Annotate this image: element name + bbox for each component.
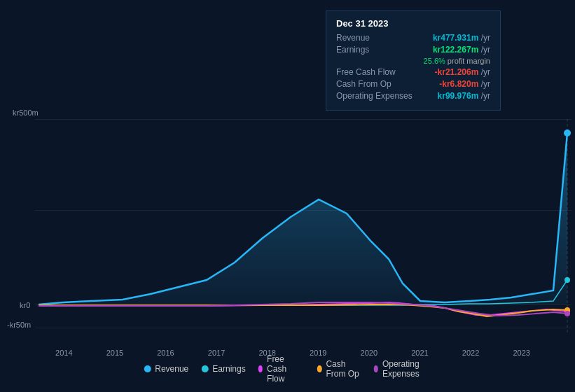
tooltip-label-earnings: Earnings [336,45,369,55]
tooltip-value-opex: kr99.976m /yr [438,91,490,101]
legend: Revenue Earnings Free Cash Flow Cash Fro… [144,354,431,384]
legend-label-opex: Operating Expenses [382,359,431,379]
opex-dot [564,311,570,316]
tooltip-label-cashop: Cash From Op [336,79,392,89]
legend-dot-fcf [258,365,263,372]
x-label-2014: 2014 [55,349,72,357]
legend-item-fcf[interactable]: Free Cash Flow [258,354,305,384]
tooltip-value-revenue: kr477.931m /yr [433,33,490,43]
tooltip-value-cashop: -kr6.820m /yr [439,79,490,89]
tooltip-margin: 25.6% profit margin [424,57,490,65]
legend-dot-cashop [317,365,321,372]
tooltip-label-fcf: Free Cash Flow [336,67,396,77]
revenue-dot [564,130,571,136]
legend-item-revenue[interactable]: Revenue [144,364,188,374]
legend-item-opex[interactable]: Operating Expenses [374,359,431,379]
tooltip-value-fcf: -kr21.206m /yr [435,67,490,77]
tooltip: Dec 31 2023 Revenue kr477.931m /yr Earni… [326,10,501,111]
legend-label-cashop: Cash From Op [326,359,361,379]
x-label-2023: 2023 [513,349,529,357]
legend-label-revenue: Revenue [155,364,188,374]
tooltip-row-margin: 25.6% profit margin [336,57,490,65]
legend-dot-earnings [201,365,208,372]
tooltip-row-cashop: Cash From Op -kr6.820m /yr [336,79,490,89]
x-label-2015: 2015 [106,349,123,357]
legend-dot-opex [374,365,378,372]
x-label-2022: 2022 [462,349,479,357]
legend-dot-revenue [144,365,151,372]
revenue-area [39,133,567,304]
tooltip-value-earnings: kr122.267m /yr [433,45,490,55]
tooltip-date: Dec 31 2023 [336,18,490,29]
earnings-dot [564,277,570,283]
legend-item-cashop[interactable]: Cash From Op [317,359,361,379]
tooltip-row-fcf: Free Cash Flow -kr21.206m /yr [336,67,490,77]
legend-label-earnings: Earnings [212,364,245,374]
tooltip-row-revenue: Revenue kr477.931m /yr [336,33,490,43]
tooltip-row-earnings: Earnings kr122.267m /yr [336,45,490,55]
tooltip-label-revenue: Revenue [336,33,370,43]
legend-item-earnings[interactable]: Earnings [201,364,245,374]
legend-label-fcf: Free Cash Flow [267,354,305,384]
tooltip-label-opex: Operating Expenses [336,91,413,101]
tooltip-row-opex: Operating Expenses kr99.976m /yr [336,91,490,101]
chart-container: Dec 31 2023 Revenue kr477.931m /yr Earni… [0,0,575,392]
